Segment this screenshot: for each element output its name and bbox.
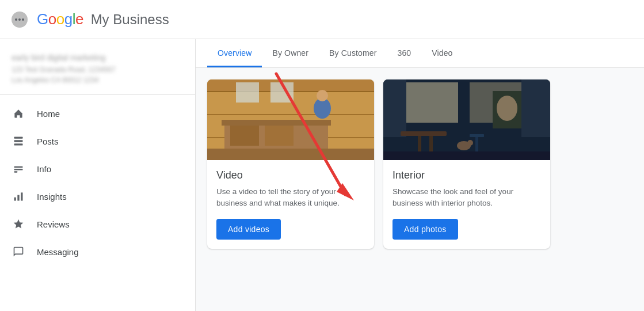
svg-rect-11 — [21, 192, 22, 200]
svg-rect-7 — [14, 169, 23, 170]
svg-rect-10 — [17, 195, 19, 201]
video-card: Video Use a video to tell the story of y… — [207, 79, 374, 249]
sidebar-item-home[interactable]: Home — [0, 100, 186, 127]
sidebar: early bird digital marketing 123 Test Gr… — [0, 39, 196, 311]
reviews-icon — [12, 217, 25, 231]
app-header: Google My Business — [0, 0, 644, 39]
tab-by-customer[interactable]: By Customer — [319, 39, 387, 67]
sidebar-item-info[interactable]: Info — [0, 155, 186, 183]
sidebar-item-messaging[interactable]: Messaging — [0, 238, 186, 266]
home-icon — [12, 107, 25, 120]
interior-card-image — [383, 79, 550, 160]
main-content: Overview By Owner By Customer 360 Video — [196, 39, 644, 311]
svg-rect-5 — [14, 143, 23, 145]
insights-label: Insights — [37, 192, 67, 202]
svg-rect-6 — [14, 166, 23, 168]
svg-rect-8 — [14, 171, 18, 173]
photo-tabs: Overview By Owner By Customer 360 Video — [196, 39, 644, 68]
posts-label: Posts — [37, 136, 59, 146]
app-title: My Business — [91, 12, 169, 27]
messaging-icon — [12, 245, 25, 259]
svg-rect-9 — [14, 198, 16, 201]
tab-video[interactable]: Video — [421, 39, 463, 67]
business-name: early bird digital marketing — [12, 53, 184, 62]
svg-rect-44 — [383, 79, 550, 160]
video-card-image — [207, 79, 374, 160]
interior-card: Interior Showcase the look and feel of y… — [383, 79, 550, 249]
video-card-body: Video Use a video to tell the story of y… — [207, 160, 374, 249]
sidebar-item-posts[interactable]: Posts — [0, 127, 186, 155]
posts-icon — [12, 134, 25, 148]
tab-overview[interactable]: Overview — [207, 39, 262, 67]
svg-point-2 — [22, 18, 24, 21]
video-card-title: Video — [216, 169, 365, 181]
address-line2: Los Angeles CA 90012 1234 — [12, 75, 184, 85]
business-info: early bird digital marketing 123 Test Gr… — [0, 48, 195, 95]
interior-card-body: Interior Showcase the look and feel of y… — [383, 160, 550, 249]
info-icon — [12, 162, 25, 176]
tab-360[interactable]: 360 — [387, 39, 422, 67]
interior-card-title: Interior — [393, 169, 541, 181]
cards-area: Video Use a video to tell the story of y… — [196, 68, 644, 260]
sidebar-item-reviews[interactable]: Reviews — [0, 210, 186, 238]
svg-rect-28 — [207, 79, 374, 160]
add-photos-button[interactable]: Add photos — [393, 219, 458, 240]
home-label: Home — [37, 109, 60, 119]
svg-rect-3 — [14, 137, 23, 139]
reviews-label: Reviews — [37, 219, 70, 229]
app-logo: Google My Business — [37, 10, 169, 28]
video-card-desc: Use a video to tell the story of your bu… — [216, 186, 365, 210]
sidebar-item-insights[interactable]: Insights — [0, 183, 186, 210]
svg-rect-4 — [14, 140, 23, 142]
address-line1: 123 Test Granada Road, 1234567 — [12, 65, 184, 75]
interior-card-desc: Showcase the look and feel of your busin… — [393, 186, 541, 210]
add-videos-button[interactable]: Add videos — [216, 219, 281, 240]
menu-dots-button[interactable] — [12, 12, 28, 28]
svg-point-1 — [18, 18, 21, 21]
info-label: Info — [37, 164, 51, 174]
tab-by-owner[interactable]: By Owner — [262, 39, 319, 67]
main-layout: early bird digital marketing 123 Test Gr… — [0, 39, 644, 311]
insights-icon — [12, 189, 25, 203]
messaging-label: Messaging — [37, 247, 79, 257]
business-address: 123 Test Granada Road, 1234567 Los Angel… — [12, 65, 184, 85]
svg-point-0 — [15, 18, 17, 21]
